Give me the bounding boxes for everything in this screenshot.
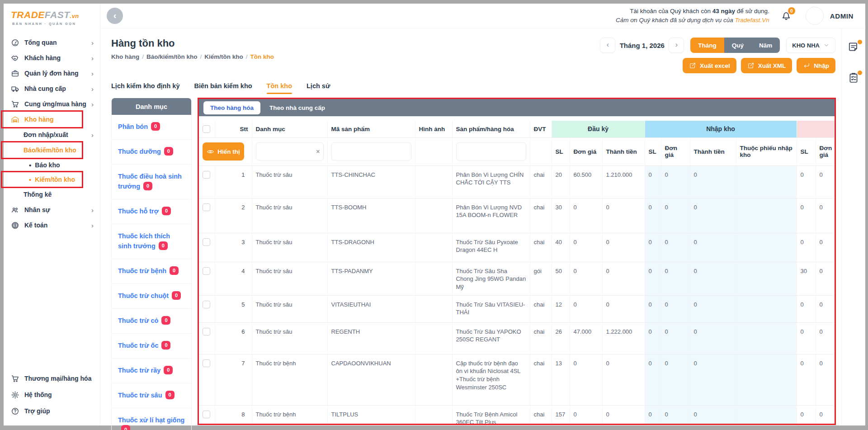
category-label: Thuốc trừ ốc [118, 342, 158, 349]
topbar: ‹ Tài khoản của Quý khách còn 43 ngày để… [100, 4, 865, 28]
brand-logo[interactable]: TRADEFAST.vn BÁN NHANH · QUẢN GỌN [4, 4, 100, 28]
category-item[interactable]: Phân bón0 [112, 115, 191, 140]
category-item[interactable]: Thuốc trừ rầy0 [112, 359, 191, 383]
tab-l-ch-ki-m-kho-nh-k-[interactable]: Lịch kiểm kho định kỳ [111, 82, 179, 94]
view-toggle-inactive[interactable]: Theo nhà cung cấp [269, 104, 325, 111]
sidebar-item-quan-ly-don-hang[interactable]: Quản lý đơn hàng› [4, 66, 100, 81]
row-checkbox[interactable] [203, 411, 210, 418]
row-checkbox[interactable] [203, 359, 210, 367]
brand-link[interactable]: Tradefast.Vn [735, 17, 769, 24]
cell-o-sl: 26 [552, 322, 570, 354]
right-icon-strip [841, 28, 865, 425]
mode-button-quý[interactable]: Quý [724, 38, 751, 53]
show-button[interactable]: Hiển thị [203, 142, 244, 161]
category-item[interactable]: Thuốc điều hoà sinh trưởng0 [112, 165, 191, 199]
sidebar-item-don-nhap-xuat[interactable]: Đơn nhập/xuất› [4, 127, 100, 142]
notifications-button[interactable]: 0 [780, 10, 792, 22]
sub-column-header: Đơn giá [570, 137, 602, 165]
category-item[interactable]: Thuốc kích thích sinh trưởng0 [112, 224, 191, 259]
table-row: 6Thuốc trừ sâuREGENTHThuốc Trừ Sâu YAPOK… [199, 322, 835, 354]
account-notice: Tài khoản của Quý khách còn 43 ngày để s… [616, 7, 769, 24]
sub-column-header: Thành tiền [602, 137, 645, 165]
sub-column-header: Đơn giá [816, 137, 834, 165]
view-toggle-active[interactable]: Theo hàng hóa [203, 101, 260, 114]
tab-bi-n-b-n-ki-m-kho[interactable]: Biên bản kiểm kho [194, 82, 252, 94]
category-item[interactable]: Thuốc trừ ốc0 [112, 334, 191, 359]
sidebar-item-bao-kho[interactable]: •Báo kho [4, 158, 100, 172]
sidebar-item-label: Thống kê [24, 191, 94, 198]
chevron-right-icon: › [91, 39, 94, 47]
sidebar-item-ke-toan[interactable]: Kế toán› [4, 217, 100, 233]
code-filter-input[interactable] [331, 142, 411, 161]
clear-icon[interactable]: × [316, 148, 320, 155]
sidebar-item-thong-ke[interactable]: Thống kê [4, 187, 100, 202]
category-label: Thuốc trừ bệnh [118, 267, 166, 274]
cell-x-dg: 0 [816, 198, 834, 233]
row-checkbox[interactable] [203, 238, 210, 246]
mode-button-tháng[interactable]: Tháng [690, 38, 724, 53]
warehouse-select[interactable]: KHO NHA [786, 38, 835, 53]
row-select-cell [199, 405, 215, 425]
sidebar-item-tong-quan[interactable]: Tổng quan› [4, 35, 100, 50]
prev-period-button[interactable]: ‹ [600, 38, 615, 53]
category-item[interactable]: Thuốc trừ cỏ0 [112, 309, 191, 334]
sidebar-item-he-thong[interactable]: Hệ thống [4, 387, 100, 403]
sidebar-item-kiem-ton-kho[interactable]: •Kiểm/tồn kho [4, 172, 100, 187]
notes-panel-button[interactable] [848, 41, 859, 53]
sidebar-item-khach-hang[interactable]: Khách hàng› [4, 50, 100, 66]
row-checkbox[interactable] [203, 203, 210, 211]
sidebar-item-nhan-su[interactable]: Nhân sự› [4, 202, 100, 217]
breadcrumb-item[interactable]: Kho hàng [111, 53, 139, 60]
mode-button-năm[interactable]: Năm [751, 38, 780, 53]
category-item[interactable]: Thuốc trừ bệnh0 [112, 259, 191, 284]
next-period-button[interactable]: › [669, 38, 684, 53]
category-label: Thuốc trừ chuột [118, 292, 169, 299]
sidebar-item-tro-giup[interactable]: Trợ giúp [4, 403, 100, 419]
sidebar-item-label: Trợ giúp [24, 407, 94, 415]
tab-t-n-kho[interactable]: Tồn kho [267, 82, 292, 94]
category-item[interactable]: Thuốc trừ sâu0 [112, 383, 191, 408]
action-button-import[interactable]: Nhập [797, 58, 835, 73]
tab-bar: Lịch kiểm kho định kỳBiên bản kiểm khoTồ… [111, 82, 835, 94]
notification-badge: 0 [788, 7, 795, 14]
image-filter-cell [415, 137, 452, 165]
row-checkbox[interactable] [203, 267, 210, 275]
breadcrumb-item[interactable]: Tồn kho [250, 53, 274, 60]
checklist-panel-button[interactable] [848, 72, 859, 84]
sidebar-item-nha-cung-cap[interactable]: Nhà cung cấp› [4, 81, 100, 96]
category-filter-input[interactable] [256, 142, 324, 161]
breadcrumb-item[interactable]: Báo/kiểm/tồn kho [146, 53, 198, 60]
product-filter-input[interactable] [456, 142, 526, 161]
sidebar-item-kho-hang[interactable]: Kho hàng [4, 112, 100, 127]
cell-image [415, 405, 452, 425]
page-content: Hàng tồn kho Kho hàng/Báo/kiểm/tồn kho/K… [100, 28, 841, 425]
action-button-export[interactable]: Xuất XML [741, 58, 793, 73]
user-name[interactable]: ADMIN [830, 12, 854, 20]
row-checkbox[interactable] [203, 328, 210, 335]
gauge-icon [11, 38, 19, 47]
cell-product: Cặp thuốc trừ bệnh đạo ôn vi khuẩn Niclo… [452, 354, 530, 405]
tab-l-ch-s-[interactable]: Lịch sử [307, 82, 330, 94]
sidebar-item-cung-ung-mua-hang[interactable]: Cung ứng/mua hàng› [4, 96, 100, 112]
cell-stt: 8 [215, 405, 252, 425]
select-all-checkbox[interactable] [203, 125, 210, 133]
action-button-export[interactable]: Xuất excel [683, 58, 736, 73]
sidebar-item-bao-kiem-ton-kho[interactable]: Báo/kiểm/tồn kho [4, 142, 100, 158]
action-button-label: Nhập [814, 62, 829, 69]
cell-o-dg: 0 [570, 405, 602, 425]
avatar[interactable] [806, 7, 824, 25]
chevron-right-icon: › [91, 206, 94, 214]
cell-stt: 4 [215, 262, 252, 295]
row-checkbox[interactable] [203, 301, 210, 308]
category-item[interactable]: Thuốc xử lí hạt giống0 [112, 408, 191, 430]
sidebar-item-thuong-mai-hang-hoa[interactable]: Thương mại/hàng hóa [4, 370, 100, 387]
category-item[interactable]: Thuốc dưỡng0 [112, 140, 191, 165]
show-cell: Hiển thị [199, 137, 252, 165]
back-button[interactable]: ‹ [107, 8, 123, 24]
cell-product: Thuốc Trừ Sâu Pyxoate Dragon 44EC H [452, 233, 530, 262]
row-checkbox[interactable] [203, 171, 210, 179]
category-item[interactable]: Thuốc trừ chuột0 [112, 284, 191, 309]
breadcrumb-item[interactable]: Kiểm/tồn kho [204, 53, 243, 60]
action-button-label: Xuất excel [700, 62, 730, 69]
category-item[interactable]: Thuốc hỗ trợ0 [112, 199, 191, 224]
